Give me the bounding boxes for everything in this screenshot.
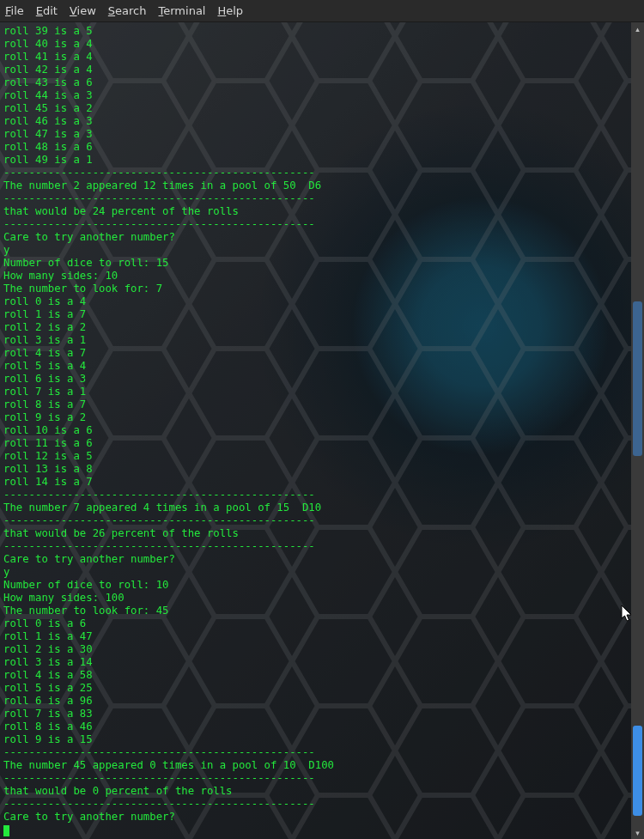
terminal-line: ----------------------------------------… <box>3 798 628 811</box>
terminal-line: roll 45 is a 2 <box>3 102 628 115</box>
terminal-line: The number 45 appeared 0 times in a pool… <box>3 759 628 772</box>
menu-file[interactable]: File <box>5 4 24 17</box>
terminal-line: roll 10 is a 6 <box>3 424 628 437</box>
terminal-output[interactable]: roll 39 is a 5roll 40 is a 4roll 41 is a… <box>0 22 631 839</box>
scroll-thumb-shadow <box>633 301 642 456</box>
terminal-line: roll 7 is a 1 <box>3 386 628 398</box>
terminal-line: roll 6 is a 3 <box>3 373 628 386</box>
terminal-line: roll 8 is a 7 <box>3 398 628 411</box>
terminal-line: roll 5 is a 4 <box>3 360 628 373</box>
menu-edit[interactable]: Edit <box>36 4 58 17</box>
terminal-line: roll 3 is a 14 <box>3 656 628 669</box>
terminal-line: roll 5 is a 25 <box>3 682 628 695</box>
terminal-line: How many sides: 10 <box>3 270 628 283</box>
terminal-line: ----------------------------------------… <box>3 218 628 231</box>
terminal-line: ----------------------------------------… <box>3 489 628 502</box>
menu-search[interactable]: Search <box>108 4 147 17</box>
terminal-line: roll 41 is a 4 <box>3 51 628 64</box>
terminal-line: roll 0 is a 6 <box>3 617 628 630</box>
terminal-line: ----------------------------------------… <box>3 746 628 759</box>
terminal-line: roll 1 is a 47 <box>3 630 628 643</box>
terminal-line: roll 4 is a 7 <box>3 347 628 360</box>
terminal-line: roll 2 is a 2 <box>3 321 628 334</box>
terminal-line: y <box>3 244 628 257</box>
menu-help[interactable]: Help <box>217 4 243 17</box>
terminal-line: that would be 26 percent of the rolls <box>3 527 628 540</box>
terminal-line: roll 46 is a 3 <box>3 115 628 128</box>
terminal-line: roll 0 is a 4 <box>3 295 628 308</box>
menu-bar: File Edit View Search Terminal Help <box>0 0 644 22</box>
terminal-line: roll 42 is a 4 <box>3 64 628 76</box>
terminal-line: roll 11 is a 6 <box>3 437 628 450</box>
terminal-line: roll 9 is a 15 <box>3 733 628 746</box>
terminal-line: roll 39 is a 5 <box>3 25 628 38</box>
terminal-line: ----------------------------------------… <box>3 192 628 205</box>
terminal-line: ----------------------------------------… <box>3 167 628 179</box>
terminal-line: ----------------------------------------… <box>3 514 628 527</box>
chevron-down-icon: ▾ <box>635 829 640 837</box>
terminal-line: Care to try another number? <box>3 231 628 244</box>
scroll-down-button[interactable]: ▾ <box>631 826 644 839</box>
terminal-line: roll 49 is a 1 <box>3 154 628 167</box>
terminal-line: roll 47 is a 3 <box>3 128 628 141</box>
scroll-up-button[interactable]: ▴ <box>631 22 644 35</box>
terminal-line: Care to try another number? <box>3 553 628 566</box>
menu-view[interactable]: View <box>70 4 96 17</box>
terminal-line: roll 43 is a 6 <box>3 76 628 89</box>
terminal-line: that would be 0 percent of the rolls <box>3 785 628 798</box>
terminal-line: y <box>3 566 628 579</box>
terminal-line: roll 9 is a 2 <box>3 411 628 424</box>
terminal-line: roll 6 is a 96 <box>3 695 628 708</box>
terminal-line: roll 48 is a 6 <box>3 141 628 154</box>
terminal-line: roll 7 is a 83 <box>3 708 628 720</box>
terminal-line: How many sides: 100 <box>3 592 628 605</box>
terminal-line: that would be 24 percent of the rolls <box>3 205 628 218</box>
terminal-line: ----------------------------------------… <box>3 772 628 785</box>
terminal-viewport: roll 39 is a 5roll 40 is a 4roll 41 is a… <box>0 22 631 839</box>
terminal-line: roll 3 is a 1 <box>3 334 628 347</box>
terminal-line: roll 14 is a 7 <box>3 476 628 489</box>
terminal-line: roll 1 is a 7 <box>3 308 628 321</box>
terminal-line: roll 13 is a 8 <box>3 463 628 476</box>
terminal-line: Care to try another number? <box>3 811 628 824</box>
scroll-track[interactable] <box>631 35 644 826</box>
terminal-line: roll 2 is a 30 <box>3 643 628 656</box>
terminal-line: roll 12 is a 5 <box>3 450 628 463</box>
terminal-line: ----------------------------------------… <box>3 540 628 553</box>
terminal-line: The number to look for: 7 <box>3 283 628 295</box>
terminal-line: The number to look for: 45 <box>3 605 628 617</box>
chevron-up-icon: ▴ <box>635 25 640 33</box>
terminal-line: Number of dice to roll: 10 <box>3 579 628 592</box>
menu-terminal[interactable]: Terminal <box>159 4 206 17</box>
terminal-line: Number of dice to roll: 15 <box>3 257 628 270</box>
terminal-line: The number 2 appeared 12 times in a pool… <box>3 179 628 192</box>
terminal-cursor <box>3 825 9 836</box>
terminal-line: roll 40 is a 4 <box>3 38 628 51</box>
terminal-line: roll 8 is a 46 <box>3 720 628 733</box>
terminal-line: roll 4 is a 58 <box>3 669 628 682</box>
scroll-thumb[interactable] <box>633 726 642 816</box>
terminal-line: roll 44 is a 3 <box>3 89 628 102</box>
terminal-prompt-line <box>3 824 628 836</box>
vertical-scrollbar[interactable]: ▴ ▾ <box>631 22 644 839</box>
terminal-line: The number 7 appeared 4 times in a pool … <box>3 502 628 514</box>
